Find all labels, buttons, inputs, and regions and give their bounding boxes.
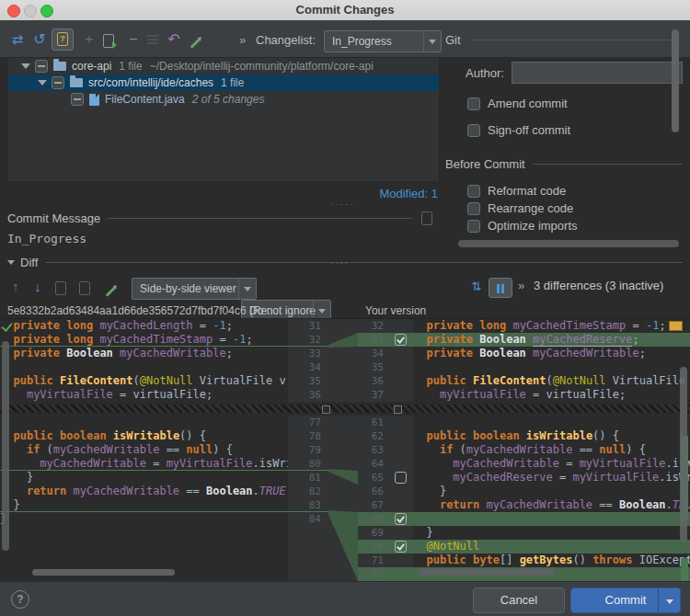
left-line-number: [288, 526, 328, 540]
fold-marker-icon[interactable]: [394, 405, 402, 414]
signoff-commit-checkbox[interactable]: [467, 124, 480, 137]
rearrange-code-checkbox[interactable]: [467, 202, 480, 215]
splitter-handle[interactable]: ····: [331, 258, 350, 268]
include-change-checkbox[interactable]: [395, 334, 407, 346]
left-code-line: [0, 540, 288, 553]
changelist-label: Changelist:: [256, 33, 316, 47]
optimize-imports-checkbox[interactable]: [467, 220, 480, 233]
panel-scrollbar[interactable]: [672, 29, 679, 132]
optimize-imports-label: Optimize imports: [488, 219, 578, 233]
right-code-line: return myCachedWritable == Boolean.TRUE;: [413, 498, 690, 512]
include-checkbox[interactable]: [35, 60, 48, 73]
rollback-icon[interactable]: ↺: [29, 29, 50, 50]
rearrange-code-option[interactable]: Rearrange code: [467, 201, 683, 215]
tree-row-file[interactable]: FileContent.java 2 of 5 changes: [8, 91, 439, 108]
split-horizontal-icon[interactable]: ⇅: [466, 278, 487, 296]
include-checkbox[interactable]: [52, 76, 64, 89]
compare-icon[interactable]: ⇄: [7, 29, 28, 50]
left-code-line: private Boolean myCachedWritable;: [0, 347, 288, 360]
right-code-line: @NotNull: [413, 540, 690, 553]
diff-connectors: [328, 319, 358, 581]
collapse-arrow-icon[interactable]: [7, 260, 15, 265]
right-code-line: public boolean isWritable() {: [413, 429, 690, 443]
reformat-code-option[interactable]: Reformat code: [467, 184, 683, 198]
left-line-number: [288, 540, 328, 553]
left-code-line: private long myCachedTimeStamp = -1;: [0, 333, 288, 347]
include-change-checkbox[interactable]: [395, 513, 407, 525]
right-code-line: private Boolean myCachedReserve;: [413, 333, 690, 347]
cancel-button[interactable]: Cancel: [473, 587, 565, 613]
left-vertical-scrollbar[interactable]: [2, 341, 9, 551]
amend-commit-checkbox[interactable]: [467, 97, 480, 110]
commit-button[interactable]: Commit: [570, 587, 681, 613]
left-line-number: 36: [288, 388, 328, 402]
left-code-line: [0, 526, 288, 540]
move-to-changelist-icon[interactable]: [103, 33, 114, 48]
apply-left-icon[interactable]: [55, 280, 66, 295]
right-horizontal-scrollbar[interactable]: [419, 569, 555, 576]
modified-link[interactable]: Modified: 1: [0, 187, 438, 200]
author-input[interactable]: [512, 62, 683, 84]
right-gutter: [389, 319, 413, 333]
module-path: ~/Desktop/intellij-community/platform/co…: [150, 60, 374, 73]
undo-icon[interactable]: ↶: [164, 29, 184, 50]
tree-row-core-api[interactable]: core-api 1 file ~/Desktop/intellij-commu…: [8, 58, 439, 74]
toolbar-chevron-icon[interactable]: »: [239, 33, 246, 47]
commit-dropdown-button[interactable]: [658, 588, 681, 612]
right-gutter: [389, 347, 413, 360]
right-line-number: 34: [358, 347, 389, 360]
right-line-number: 62: [358, 429, 389, 443]
right-gutter: [389, 443, 413, 457]
left-code-line: return myCachedWritable == Boolean.TRUE;: [0, 485, 288, 498]
right-code-line: myVirtualFile = virtualFile;: [413, 388, 690, 402]
commit-message-input[interactable]: In_Progress: [7, 232, 679, 248]
right-gutter: [389, 498, 413, 512]
changes-tree: core-api 1 file ~/Desktop/intellij-commu…: [7, 57, 440, 182]
add-icon[interactable]: +: [79, 29, 99, 50]
include-change-checkbox[interactable]: [395, 472, 407, 484]
edit-icon[interactable]: [105, 284, 116, 298]
diff-chevron-icon[interactable]: »: [518, 279, 524, 292]
history-icon[interactable]: [421, 211, 432, 225]
diff-label: Diff: [20, 256, 38, 269]
split-vertical-icon[interactable]: [489, 278, 512, 298]
right-line-number: 32: [358, 319, 389, 333]
right-line-number: 65: [358, 471, 389, 485]
include-checkbox[interactable]: [71, 93, 84, 106]
left-line-number: 84: [288, 512, 328, 526]
splitter-handle[interactable]: ·····: [331, 200, 354, 209]
right-gutter: [389, 333, 413, 347]
commit-button-label: Commit: [605, 593, 647, 607]
left-line-number: 33: [288, 347, 328, 360]
expand-arrow-icon[interactable]: [21, 63, 30, 69]
changelist-select[interactable]: In_Progress: [324, 30, 442, 52]
expand-arrow-icon[interactable]: [38, 80, 47, 86]
right-code-line: public byte[] getBytes() throws IOExcept…: [413, 553, 690, 567]
right-gutter: [389, 360, 413, 374]
include-change-checkbox[interactable]: [395, 541, 407, 553]
left-code-line: public boolean isWritable() {: [0, 429, 288, 443]
next-difference-icon[interactable]: ↓: [28, 277, 48, 297]
show-unversioned-icon[interactable]: ?: [52, 29, 74, 51]
left-code-line: public FileContent(@NotNull VirtualFile …: [0, 374, 288, 388]
reformat-code-checkbox[interactable]: [467, 185, 480, 198]
right-line-number: 66: [358, 485, 389, 498]
signoff-commit-option[interactable]: Sign-off commit: [467, 123, 683, 137]
group-by-icon[interactable]: [147, 35, 158, 44]
apply-right-icon[interactable]: [79, 280, 90, 295]
author-label: Author:: [466, 66, 504, 80]
optimize-imports-option[interactable]: Optimize imports: [467, 219, 683, 233]
change-count: 2 of 5 changes: [192, 93, 265, 106]
edit-message-icon[interactable]: [190, 36, 201, 50]
tree-row-package[interactable]: src/com/intellij/ide/caches 1 file: [8, 74, 439, 91]
warning-stripe-marker: [669, 321, 683, 331]
right-line-number: 68: [358, 512, 389, 526]
left-code-line: }: [0, 471, 288, 485]
prev-difference-icon[interactable]: ↑: [6, 277, 26, 297]
viewer-select[interactable]: Side-by-side viewer: [132, 278, 257, 300]
amend-commit-option[interactable]: Amend commit: [467, 97, 683, 110]
help-button[interactable]: ?: [11, 590, 29, 609]
right-vertical-scrollbar[interactable]: [680, 367, 687, 542]
left-horizontal-scrollbar[interactable]: [32, 569, 175, 576]
remove-icon[interactable]: −: [123, 29, 144, 50]
